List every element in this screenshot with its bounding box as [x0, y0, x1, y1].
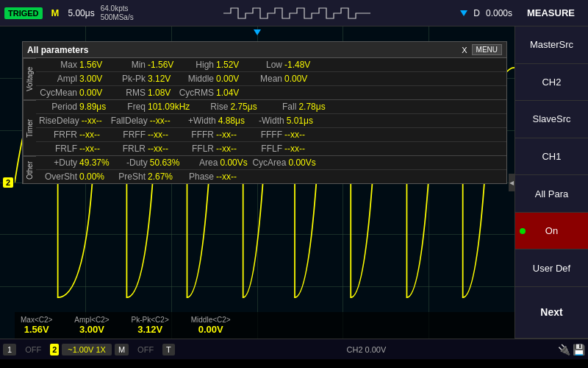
sidebar-label-mastersrc: MasterSrc — [530, 39, 573, 50]
sidebar-item-next[interactable]: Next — [515, 287, 588, 339]
params-menu-button[interactable]: MENU — [472, 44, 502, 55]
ch2-number: 2 — [50, 344, 59, 355]
table-row: FRLF--xx-- FRLR--xx-- FFLR--xx-- FFLF--x… — [36, 142, 506, 155]
scope-display: 2 All parameters X MENU Voltage — [0, 26, 514, 339]
sidebar-label-slavesrc: SlaveSrc — [532, 113, 570, 124]
m-badge: M — [115, 344, 129, 355]
table-row: CycMean 0.00V RMS 1.08V CycRMS 1.04V — [36, 86, 506, 99]
ch2-ref: CH2 0.00V — [341, 344, 392, 355]
ch2-marker: 2 — [3, 177, 13, 188]
time-div: 5.00μs — [68, 8, 94, 18]
on-indicator — [520, 228, 526, 234]
sidebar-label-ch2: CH2 — [542, 77, 561, 88]
ch2-off: OFF — [132, 344, 159, 355]
sidebar-label-userdef: User Def — [533, 263, 570, 274]
ch2-setting[interactable]: ~1.00V 1X — [62, 344, 112, 355]
other-section: Other +Duty49.37% -Duty50.63% Area0.00Vs… — [23, 155, 506, 183]
timer-section: Timer Period9.89μs Freq101.09kHz Rise2.7… — [23, 99, 506, 155]
time-offset: 0.000s — [486, 8, 512, 18]
meas-max: Max<C2> 1.56V — [21, 316, 52, 335]
main-area: 2 All parameters X MENU Voltage — [0, 26, 588, 339]
triged-badge: TRIGED — [4, 7, 43, 19]
right-sidebar: MasterSrc CH2 SlaveSrc CH1 All Para On U… — [514, 26, 588, 339]
table-row: +Duty49.37% -Duty50.63% Area0.00Vs CycAr… — [36, 156, 506, 170]
table-row: RiseDelay--xx-- FallDelay--xx-- +Width4.… — [36, 114, 506, 128]
voltage-label: Voltage — [23, 58, 36, 99]
top-bar: TRIGED M 5.00μs 64.0kpts 500MSa/s D 0.00… — [0, 0, 588, 26]
d-label: D — [473, 8, 480, 18]
other-label: Other — [23, 156, 36, 183]
sidebar-item-ch2[interactable]: CH2 — [515, 64, 588, 102]
other-rows: +Duty49.37% -Duty50.63% Area0.00Vs CycAr… — [36, 156, 506, 183]
timer-rows: Period9.89μs Freq101.09kHz Rise2.75μs Fa… — [36, 100, 506, 155]
table-row: OverSht0.00% PreSht2.67% Phase--xx-- — [36, 170, 506, 183]
m-label: M — [51, 7, 60, 18]
sidebar-label-ch1: CH1 — [542, 151, 561, 162]
table-row: Max 1.56V Min -1.56V High 1.52V Low — [36, 58, 506, 72]
param-cell: Max 1.56V — [39, 60, 107, 70]
wave-indicator — [140, 6, 455, 21]
bottom-bar: 1 OFF 2 ~1.00V 1X M OFF T CH2 0.00V 🔌 💾 — [0, 339, 588, 359]
params-title: All parameters — [27, 45, 88, 55]
table-row: Period9.89μs Freq101.09kHz Rise2.75μs Fa… — [36, 100, 506, 114]
ch1-status: OFF — [19, 344, 47, 355]
sidebar-label-next: Next — [540, 306, 562, 318]
table-row: FRFR--xx-- FRFF--xx-- FFFR--xx-- FFFF--x… — [36, 128, 506, 142]
sidebar-label-allpara: All Para — [535, 188, 569, 199]
trigger-arrow-icon — [460, 10, 467, 16]
sidebar-label-on: On — [545, 225, 558, 236]
params-panel: All parameters X MENU Voltage Max 1.56V — [22, 41, 507, 184]
sidebar-item-allpara[interactable]: All Para — [515, 175, 588, 213]
measure-label: MEASURE — [518, 7, 584, 18]
timer-label: Timer — [23, 100, 36, 155]
ch1-number: 1 — [3, 344, 16, 355]
sidebar-item-slavesrc[interactable]: SlaveSrc — [515, 101, 588, 138]
sidebar-item-ch1[interactable]: CH1 — [515, 138, 588, 176]
voltage-rows: Max 1.56V Min -1.56V High 1.52V Low — [36, 58, 506, 99]
params-header: All parameters X MENU — [23, 42, 506, 58]
sample-pts: 64.0kpts 500MSa/s — [101, 4, 134, 22]
sd-icon: 💾 — [573, 344, 585, 355]
usb-icons: 🔌 💾 — [558, 344, 585, 355]
sidebar-item-mastersrc[interactable]: MasterSrc — [515, 26, 588, 64]
table-row: Ampl 3.00V Pk-Pk 3.12V Middle 0.00V Me — [36, 72, 506, 86]
t-badge: T — [162, 344, 175, 355]
meas-middle: Middle<C2> 0.00V — [191, 316, 231, 335]
sidebar-item-on[interactable]: On — [515, 213, 588, 250]
usb-icon: 🔌 — [558, 344, 570, 355]
sidebar-item-userdef[interactable]: User Def — [515, 250, 588, 287]
meas-ampl: Ampl<C2> 3.00V — [74, 316, 109, 335]
params-controls: X MENU — [462, 44, 502, 55]
bottom-measurements: Max<C2> 1.56V Ampl<C2> 3.00V Pk-Pk<C2> 3… — [15, 312, 514, 339]
voltage-section: Voltage Max 1.56V Min -1.56V High — [23, 58, 506, 99]
sidebar-expand-icon[interactable]: ◀ — [509, 174, 514, 191]
params-close-button[interactable]: X — [462, 46, 467, 54]
meas-pkpk: Pk-Pk<C2> 3.12V — [132, 316, 169, 335]
